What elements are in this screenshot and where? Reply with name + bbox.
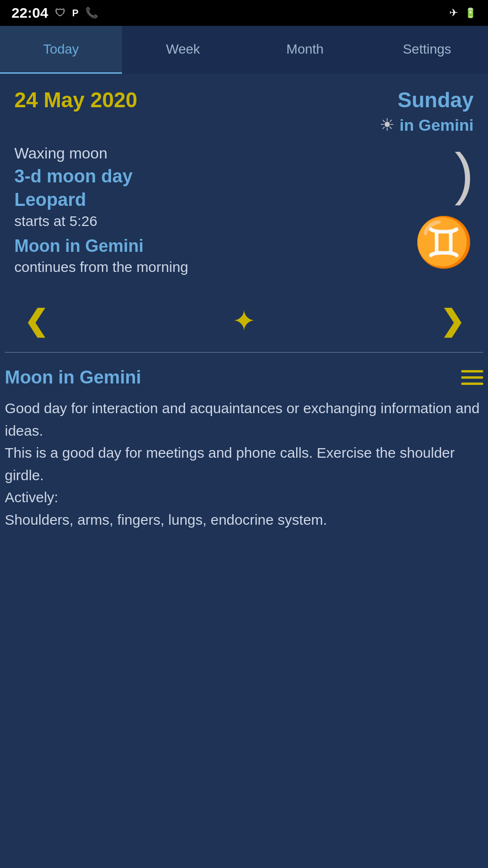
- menu-icon[interactable]: [461, 370, 483, 385]
- shield-icon: 🛡: [55, 7, 66, 19]
- starts-at-label: starts at 5:26: [14, 213, 474, 229]
- gemini-section: Moon in Gemini Good day for interaction …: [0, 353, 488, 545]
- tab-today[interactable]: Today: [0, 26, 122, 74]
- airplane-icon: ✈: [449, 7, 458, 19]
- day-name: Sunday: [379, 88, 474, 112]
- status-bar: 22:04 🛡 P 📞 ✈ 🔋: [0, 0, 488, 26]
- tab-settings[interactable]: Settings: [366, 26, 488, 74]
- main-content: 24 May 2020 Sunday ☀ in Gemini ) Waxing …: [0, 74, 488, 352]
- gemini-symbol: ♊: [414, 214, 474, 271]
- tab-week[interactable]: Week: [122, 26, 244, 74]
- next-arrow[interactable]: ❯: [440, 304, 464, 338]
- prev-arrow[interactable]: ❮: [24, 304, 48, 338]
- moon-day-label: 3-d moon day: [14, 166, 474, 187]
- status-right: ✈ 🔋: [449, 7, 477, 19]
- gemini-title: Moon in Gemini: [5, 367, 141, 388]
- date-header: 24 May 2020 Sunday ☀ in Gemini: [14, 88, 474, 135]
- moon-continues-label: continues from the morning: [14, 259, 474, 275]
- waxing-moon-label: Waxing moon: [14, 145, 474, 162]
- status-left: 22:04 🛡 P 📞: [11, 5, 98, 21]
- gemini-description: Good day for interaction and acquaintanc…: [5, 397, 483, 531]
- tab-month[interactable]: Month: [244, 26, 366, 74]
- moon-animal-label: Leopard: [14, 190, 474, 210]
- parking-icon: P: [72, 8, 78, 19]
- phone-icon: 📞: [85, 7, 98, 19]
- sun-icon: ☀: [379, 115, 395, 135]
- nav-tabs: Today Week Month Settings: [0, 26, 488, 74]
- day-info: Sunday ☀ in Gemini: [379, 88, 474, 135]
- menu-line-3: [461, 383, 483, 385]
- gemini-header: Moon in Gemini: [5, 367, 483, 388]
- sun-sign: ☀ in Gemini: [379, 115, 474, 135]
- moon-sign-label: Moon in Gemini: [14, 236, 474, 256]
- moon-section: ) Waxing moon 3-d moon day Leopard start…: [14, 145, 474, 275]
- battery-icon: 🔋: [465, 7, 477, 19]
- nav-arrows: ❮ ✦ ❯: [14, 290, 474, 352]
- waxing-moon-symbol: ): [455, 145, 474, 202]
- sun-sign-text: in Gemini: [399, 116, 474, 135]
- status-time: 22:04: [11, 5, 48, 21]
- date-title: 24 May 2020: [14, 88, 137, 112]
- star-icon: ✦: [232, 304, 256, 338]
- menu-line-2: [461, 376, 483, 379]
- menu-line-1: [461, 370, 483, 372]
